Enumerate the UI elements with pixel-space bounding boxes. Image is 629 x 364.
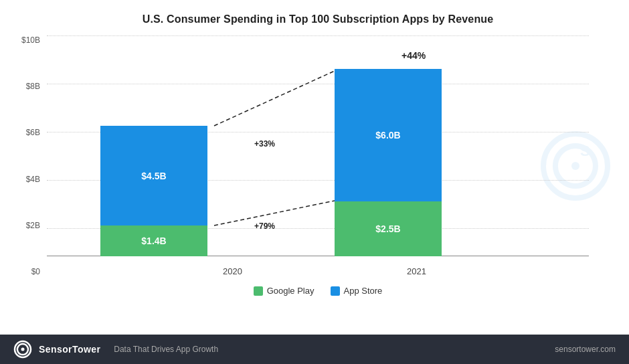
bar-group-2020: $1.4B $4.5B bbox=[100, 126, 207, 256]
legend: Google Play App Store bbox=[47, 286, 589, 296]
legend-app-store: App Store bbox=[331, 286, 383, 296]
x-label-2020: 2020 bbox=[223, 266, 242, 276]
legend-app-store-label: App Store bbox=[344, 286, 383, 296]
bar-2021-green-label: $2.5B bbox=[375, 223, 400, 234]
chart-title: U.S. Consumer Spending in Top 100 Subscr… bbox=[47, 13, 589, 25]
svg-point-6 bbox=[21, 348, 25, 351]
grid-line-8b bbox=[47, 84, 589, 84]
y-label-8b: $8B bbox=[10, 82, 40, 91]
legend-google-play: Google Play bbox=[254, 286, 314, 296]
footer-url: sensortower.com bbox=[555, 345, 616, 354]
legend-google-play-label: Google Play bbox=[267, 286, 314, 296]
bar-2020-blue-label: $4.5B bbox=[141, 171, 166, 181]
annotation-33pct: +33% bbox=[254, 139, 275, 149]
legend-app-store-color bbox=[331, 286, 340, 296]
bar-2021-app-store: $6.0B bbox=[335, 69, 442, 201]
bar-2020-google-play: $1.4B bbox=[100, 225, 207, 256]
y-label-4b: $4B bbox=[10, 175, 40, 184]
chart-container: U.S. Consumer Spending in Top 100 Subscr… bbox=[0, 0, 629, 335]
grid-line-10b bbox=[47, 35, 589, 36]
bar-2020-green-label: $1.4B bbox=[141, 236, 166, 246]
sensortower-logo-icon bbox=[13, 340, 32, 359]
bar-2021-google-play: $2.5B bbox=[335, 201, 442, 257]
y-label-6b: $6B bbox=[10, 128, 40, 137]
legend-google-play-color bbox=[254, 286, 263, 296]
footer-tagline: Data That Drives App Growth bbox=[114, 345, 218, 354]
x-label-2021: 2021 bbox=[407, 266, 426, 276]
chart-area: $0 $2B $4B $6B $8B $10B bbox=[47, 35, 589, 276]
footer-brand: SensorTower bbox=[39, 344, 100, 355]
bar-2021-blue-label: $6.0B bbox=[375, 130, 400, 141]
footer: SensorTower Data That Drives App Growth … bbox=[0, 335, 629, 364]
footer-left: SensorTower Data That Drives App Growth bbox=[13, 340, 218, 359]
y-label-0: $0 bbox=[10, 267, 40, 276]
main-wrapper: U.S. Consumer Spending in Top 100 Subscr… bbox=[0, 0, 629, 364]
pct-44-badge: +44% bbox=[401, 50, 426, 61]
y-label-10b: $10B bbox=[10, 35, 40, 45]
y-axis: $0 $2B $4B $6B $8B $10B bbox=[10, 35, 40, 276]
y-label-2b: $2B bbox=[10, 221, 40, 230]
annotation-79pct: +79% bbox=[254, 221, 275, 231]
x-axis: 2020 2021 bbox=[47, 266, 589, 276]
bar-2020-app-store: $4.5B bbox=[100, 126, 207, 225]
bar-group-2021: $2.5B $6.0B bbox=[335, 69, 442, 257]
